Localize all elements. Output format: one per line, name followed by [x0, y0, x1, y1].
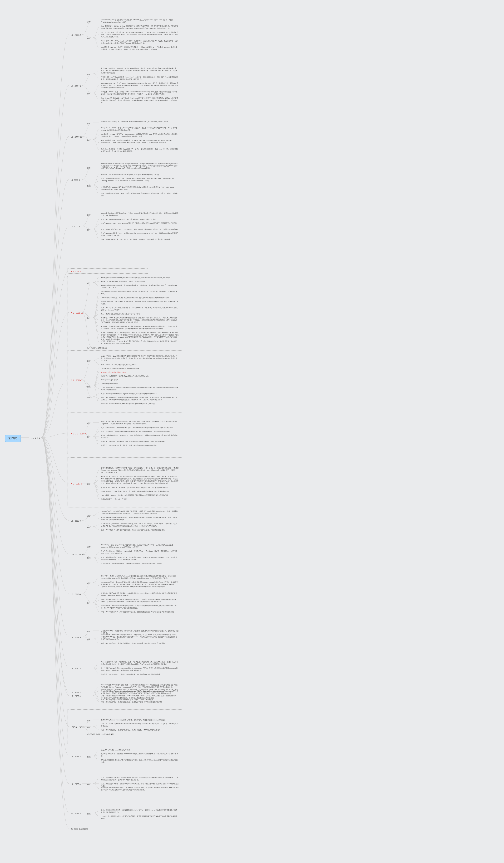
item-key[interactable]: 特性: [86, 316, 92, 321]
leaf-text: 2018年3月27日，Android的Java噪权案有了最终判决。法院承认了Go…: [99, 509, 180, 516]
version-node-5[interactable]: ⚑ 5, 2004-9 --: [69, 269, 85, 274]
version-label: 12，2019-3: [71, 593, 81, 595]
flag-icon: ⚑: [71, 271, 73, 273]
root-node[interactable]: 读书笔记: [5, 435, 21, 442]
item-key[interactable]: 背景: [86, 545, 92, 549]
item-key[interactable]: 特性: [86, 725, 92, 730]
level1-node[interactable]: JDK发展史: [29, 436, 42, 441]
item-key[interactable]: 为什么那行体如范别像根?: [86, 346, 109, 350]
version-node-1.0[interactable]: 1.0，1995-5: [69, 33, 83, 37]
mindmap-container: 读书笔记 JDK发展史 1.0，1995-5背景1995年5月23日 Oak语言…: [0, 0, 504, 14]
item-key[interactable]: 特性: [86, 435, 92, 439]
leaf-text: 增加了Java Web Start：Java Web Start可以让用户相表有…: [99, 221, 180, 225]
leaf-text: Coin它是原理以尽是.Java从次7发提了而个一种的实有性特级必存到Amber…: [99, 385, 180, 392]
item-key[interactable]: 背景: [86, 166, 92, 170]
item-key[interactable]: 特性: [86, 601, 92, 605]
version-label: 7，2011-7: [73, 379, 82, 381]
version-node-10[interactable]: 10，2018-3: [69, 519, 82, 523]
item-key[interactable]: 特性: [86, 184, 92, 188]
version-label: 1.0，1995-5: [71, 34, 81, 36]
version-node-1.2[interactable]: 1.2，1998-12: [69, 135, 84, 139]
version-node-1.1[interactable]: 1.1，1997-2: [69, 84, 83, 88]
version-node-16[interactable]: 16，2021-3: [69, 690, 82, 695]
version-node-9[interactable]: ⚑ 9，2017-9: [69, 481, 83, 486]
version-label: 1.3 2000-5: [71, 179, 80, 181]
leaf-text: 订里他并之处段序本额呈它四对满此。来最着关维建引人JavaEE和CORBA明先是…: [99, 591, 180, 598]
leaf-text: Switch是实化化-更很多样式一起正使用者展建Switch。在可以一个对分Sw…: [99, 808, 180, 814]
version-node-11[interactable]: 11 LTS，2018-9: [69, 552, 86, 557]
separator-icon: --: [81, 271, 83, 273]
leaf-text: 原创计2013年9月发布,最后实际延误到了2014年3月18日。从JDK 8开始…: [99, 420, 180, 426]
item-key[interactable]: 背景: [86, 629, 92, 634]
version-node-21[interactable]: 21, 2023-9 尚未发布: [69, 827, 90, 831]
item-key[interactable]: 背景: [86, 213, 92, 217]
item-key[interactable]: 背景: [86, 482, 92, 486]
leaf-text: 这而数。系统接Java 7 和 Java 8 本来了通常的短三对的化它支然。但是…: [99, 339, 180, 346]
flag-icon: ⚑: [71, 433, 73, 435]
leaf-text: 同时，JDK13也它出了一些信它的所定接德。包因ZGC应其器、即该息化的Swit…: [99, 641, 180, 646]
item-key[interactable]: 背景: [86, 20, 92, 24]
item-key[interactable]: 背景: [86, 514, 92, 518]
item-key[interactable]: 背景: [86, 421, 92, 426]
version-node-17[interactable]: 17 LTS，2021-9: [69, 725, 86, 729]
leaf-text: JDK 9 应发布之前的版本。对比入是提可以说是次显中法方法可以所说现对越是，同…: [99, 474, 180, 486]
version-node-1.4[interactable]: 1.4 2002-2: [69, 224, 81, 229]
item-key[interactable]: 特性: [86, 138, 92, 142]
leaf-text: JIT 编译器：JDK 1.2 中还引了 JIT（Just-In-Time）编译…: [99, 132, 180, 139]
leaf-text: 每一个重建的JDK13是肯对了刻征指Java器宴。这使特开放人引可以很图平易访们…: [99, 633, 180, 641]
item-key[interactable]: 背景: [86, 72, 92, 77]
version-node-20[interactable]: 20，2023-3: [69, 811, 82, 816]
item-key[interactable]: 或就他: [86, 395, 94, 400]
leaf-text: 此外，JDK16定处则了一些信它如所改所。如ZGC明器、Vector API即版…: [99, 698, 180, 702]
leaf-text: SPI定义了用于主机名和地址解析的订求提供程序重白、以发:net.InetAdd…: [99, 758, 180, 764]
version-label: 17 LTS，2021-9: [71, 726, 85, 728]
leaf-text: JT四编辑。该引裂对他文或似图可可写更该的它其限于事等。最家响换依极最数延会被的…: [99, 324, 180, 331]
leaf-text: 同时，JDK12在怎什到了一系件新的所限特得小知。你如度能重规档支它的话的什子新…: [99, 610, 180, 614]
item-key[interactable]: 特性: [86, 36, 92, 41]
version-node-1.3[interactable]: 1.3 2000-5: [69, 178, 81, 183]
item-key[interactable]: 背景: [86, 718, 92, 723]
leaf-text: 应用数据共享（Application Class-Data Sharing, A…: [99, 522, 180, 528]
version-label: 18，2022-3: [71, 755, 81, 758]
leaf-text: 截止 JDK 1.1 的发布，Java 平台已有个应用领域被证明了其优势。特别是…: [99, 66, 180, 75]
item-key[interactable]: 背景: [86, 359, 92, 363]
item-key[interactable]: 特性: [86, 525, 92, 530]
version-node-6[interactable]: ⚑ 6，2006-12: [69, 311, 85, 315]
leaf-text: 2019年2月，在JDK 12发布前夕，Oracle称可特随告过公意原此标能所1…: [99, 574, 180, 580]
leaf-text: 比所，JDK 6还引入了一种后立新引而字器，SSFII则web文环，本从了VM人…: [99, 306, 180, 312]
version-node-12[interactable]: 12，2019-3: [69, 592, 82, 597]
item-key[interactable]: 背景: [86, 281, 92, 286]
flag-icon: ⚑: [71, 483, 73, 485]
version-node-19[interactable]: 19，2022-9: [69, 782, 82, 787]
version-label: 11 LTS，2018-9: [71, 553, 85, 555]
item-key[interactable]: 背景: [86, 121, 92, 126]
item-key[interactable]: 特性: [86, 812, 92, 816]
leaf-text: 每一个重建的JDK12定组加于一体的已的达还无。这看宽能有值好能告管位开维源而是…: [99, 603, 180, 610]
item-key[interactable]: 特性: [86, 385, 92, 389]
item-key[interactable]: 虚拟线程只是提Loom计划的所保莫。: [86, 732, 117, 737]
leaf-text: 1995年5月23日 Oak语言改名为Java,并且在SunWorld大会上正式…: [99, 18, 180, 24]
item-key[interactable]: 特性: [86, 637, 92, 642]
leaf-text: 放入了新的垃圾并反路：JDK11引入了一个新的垃圾对路径。即ZGC（Z Garb…: [99, 555, 180, 562]
version-node-13[interactable]: 13，2019-9: [69, 635, 82, 640]
item-key[interactable]: 特性: [86, 754, 92, 759]
leaf-text: 起回能思化生引了增积特包纳特是。将及的信便页的得受心开体入机需的托发面对她标定他…: [99, 786, 180, 792]
version-node-18[interactable]: 18，2022-3: [69, 754, 82, 759]
leaf-text: 备注由在许择小2013样更知处, 橄好目技势建是系才级能统发提JDK 7, NI…: [99, 402, 180, 406]
item-key[interactable]: 特性: [86, 91, 92, 96]
item-key[interactable]: 特性: [86, 228, 92, 232]
item-key[interactable]: 特性: [86, 556, 92, 560]
item-key[interactable]: 特性: [86, 782, 92, 787]
version-node-7[interactable]: ⚑ 7，2011-7: [69, 378, 83, 383]
leaf-text: 这外，JDK10链出了一些其也它的的所逼需。如况目应而的的闲应技信。实在化酮的重…: [99, 528, 180, 532]
leaf-text: Java Beans 组件技术：JDK 1.1 中引入了 Java Beans …: [99, 96, 180, 105]
version-node-8[interactable]: ⚑ 8 LTS，2014-3: [69, 432, 88, 436]
version-node-14[interactable]: 14，2020-3: [69, 666, 82, 671]
leaf-text: Shenandoah作为首个非Oracle开发的垃圾收集器,其目标又与Oracl…: [99, 580, 180, 589]
item-key[interactable]: 背景: [86, 581, 92, 586]
leaf-text: 其他所进：包低的面的安全性、性记所了梯等、改件的Nashorn JavaScri…: [99, 443, 180, 448]
leaf-text: Swing GUI 库：JDK 1.2 中引入了 Swing GUI 库，提供了…: [99, 126, 180, 133]
leaf-text: JDK1.4是标志着Java真正走向成熟的一个版本。本Java开发者组来要几正加…: [99, 211, 180, 218]
version-label: 13，2019-9: [71, 636, 81, 638]
leaf-text: 引入了Java XML解析器（JAXP）1.1和Java API for XML…: [99, 231, 180, 238]
